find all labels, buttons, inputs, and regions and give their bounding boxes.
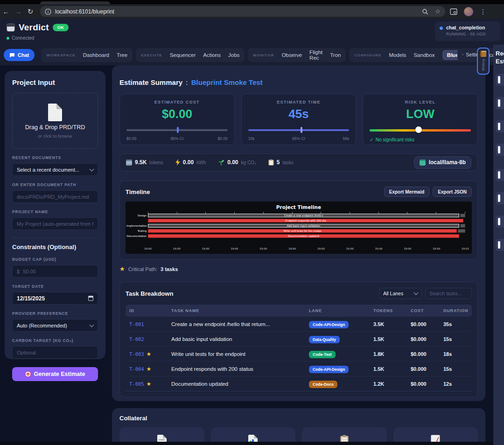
- nav-item-sequencer[interactable]: Sequencer: [170, 52, 196, 58]
- estimated-cost-card: ESTIMATED COST $0.00 $0.00 95% CI $0.00: [119, 94, 235, 145]
- lane-badge: Code-API-Design: [309, 321, 349, 328]
- target-date-input[interactable]: 12/15/2025: [12, 292, 98, 305]
- gantt-bar[interactable]: Create a new endpoint /hello t: [148, 214, 459, 217]
- chat-button[interactable]: Chat: [4, 49, 35, 61]
- search-tasks-input[interactable]: Search tasks...: [425, 288, 472, 299]
- recent-documents-label: RECENT DOCUMENTS: [12, 155, 98, 160]
- target-date-label: TARGET DATE: [12, 284, 98, 289]
- lane-badge: Code-Test: [309, 351, 336, 358]
- history-item[interactable]: [496, 169, 504, 181]
- nav-group-label: WORKSPACE: [46, 53, 75, 57]
- model-badge[interactable]: local/llama-8b: [414, 156, 471, 169]
- nav-item-jobs[interactable]: Jobs: [228, 52, 239, 58]
- cost-value: $0.00: [126, 107, 228, 121]
- chevron-down-icon: [90, 167, 94, 171]
- star-icon: ★: [147, 381, 152, 387]
- history-item[interactable]: [496, 74, 504, 86]
- bookmark-star-icon[interactable]: ☆: [435, 8, 441, 15]
- book-icon: [480, 51, 486, 57]
- lane-filter-select[interactable]: All Lanes: [379, 288, 422, 299]
- estimate-summary-panel: Estimate Summary : Blueprint Smoke Test …: [112, 65, 485, 401]
- table-row[interactable]: T-003★ Write unit tests for the endpoint…: [126, 347, 472, 362]
- browser-menu-icon[interactable]: ⋮: [480, 8, 486, 15]
- generate-estimate-button[interactable]: Generate Estimate: [12, 367, 98, 381]
- gantt-bar[interactable]: Documentation updated: [148, 234, 459, 238]
- target-icon: [25, 371, 31, 377]
- gantt-bar[interactable]: Write unit tests for the endpo: [148, 229, 457, 233]
- table-row[interactable]: T-001 Create a new endpoint /hello that …: [126, 317, 472, 332]
- back-icon[interactable]: ←: [0, 7, 12, 15]
- carbon-stat: 0.00 kg CO₂: [218, 159, 256, 166]
- nav-group-workspace: WORKSPACE Dashboard Tree: [41, 48, 133, 62]
- app-logo-icon: [7, 23, 15, 32]
- nav-group-label: MONITOR: [253, 53, 274, 57]
- connected-dot-icon: [7, 37, 9, 40]
- avatar[interactable]: [464, 7, 473, 16]
- carbon-target-label: CARBON TARGET (KG CO₂): [12, 338, 98, 343]
- nav-item-observe[interactable]: Observe: [282, 52, 302, 58]
- forward-icon[interactable]: →: [12, 7, 24, 15]
- table-row[interactable]: T-004★ Endpoint responds with 200 status…: [126, 362, 472, 376]
- table-row[interactable]: T-002 Add basic input validation Data-Qu…: [126, 332, 472, 347]
- history-tab[interactable]: History: [477, 48, 490, 75]
- chart-title: Project Timeline: [126, 204, 472, 210]
- tokens-stat: 9.5K tokens: [126, 159, 163, 166]
- history-drawer: Recent Estimates: [493, 45, 504, 445]
- reload-icon[interactable]: ↻: [24, 7, 36, 16]
- provider-preference-select[interactable]: Auto (Recommended): [12, 319, 98, 332]
- url-bar[interactable]: localhost:6101/blueprint ☆: [40, 6, 445, 17]
- history-item[interactable]: [496, 239, 504, 251]
- lane-badge: Code-Docs: [309, 381, 337, 388]
- file-dropzone[interactable]: Drag & Drop PRD/TRD or click to browse: [12, 93, 98, 149]
- nav-item-dashboard[interactable]: Dashboard: [83, 52, 109, 58]
- metric-label: ESTIMATED TIME: [248, 100, 350, 104]
- project-name-input[interactable]: My Project (auto-generated from filename…: [12, 217, 98, 230]
- stats-bar: 9.5K tokens 0.00 kWh 0.00 kg CO₂ 5 tasks…: [119, 153, 478, 171]
- export-json-button[interactable]: Export JSON: [433, 187, 472, 197]
- recent-documents-select[interactable]: Select a recent document...: [12, 163, 98, 176]
- history-item[interactable]: [496, 192, 504, 204]
- document-path-input[interactable]: docs/PRDs/PRD_MyProject.md: [12, 190, 98, 203]
- status-badge: OK: [53, 24, 69, 31]
- job-status: RUNNING · 0S AGO: [446, 32, 486, 36]
- task-breakdown-section: Task Breakdown All Lanes Search tasks...…: [119, 282, 478, 397]
- nav-item-models[interactable]: Models: [389, 52, 406, 58]
- dropzone-text: Drag & Drop PRD/TRD: [25, 124, 85, 131]
- ci-max: 56s: [343, 136, 350, 141]
- project-input-panel: Project Input Drag & Drop PRD/TRD or cli…: [5, 71, 105, 359]
- gantt-slack: [460, 214, 465, 217]
- chart-x-ticks: 19:0019:0019:0019:0019:0019:0019:0019:00…: [144, 247, 469, 250]
- lightning-icon: [175, 159, 180, 166]
- nav-item-sandbox[interactable]: Sandbox: [413, 52, 434, 58]
- nav-item-actions[interactable]: Actions: [203, 52, 221, 58]
- budget-cap-input[interactable]: $ 50.00: [12, 265, 98, 278]
- history-item[interactable]: [496, 97, 504, 109]
- nav-item-tron[interactable]: Tron: [330, 52, 341, 58]
- site-info-icon[interactable]: [45, 8, 51, 15]
- ci-label: 95% CI: [292, 136, 305, 141]
- nav-item-tree[interactable]: Tree: [117, 52, 127, 58]
- nav-item-flight-rec[interactable]: Flight Rec: [309, 49, 322, 61]
- gantt-bar[interactable]: Endpoint responds with 200 sta: [148, 219, 463, 222]
- table-row[interactable]: T-005★ Documentation updated Code-Docs 1…: [126, 376, 472, 391]
- constraints-title: Constraints (Optional): [12, 243, 98, 250]
- history-item[interactable]: [496, 120, 504, 132]
- history-item[interactable]: [496, 216, 504, 228]
- url-text[interactable]: localhost:6101/blueprint: [55, 8, 415, 15]
- metric-label: ESTIMATED COST: [126, 100, 228, 104]
- calendar-icon[interactable]: [88, 296, 93, 301]
- job-running-dot-icon: [440, 27, 443, 30]
- check-icon: ✓: [370, 137, 373, 142]
- screen: ← → ↻ localhost:6101/blueprint ☆ ⋮ Verdi…: [0, 0, 504, 445]
- browser-toolbar: ← → ↻ localhost:6101/blueprint ☆ ⋮: [0, 4, 504, 19]
- search-icon[interactable]: [422, 8, 428, 15]
- gantt-bar[interactable]: Add basic input validation: [148, 224, 459, 228]
- carbon-target-input[interactable]: Optional: [12, 346, 98, 359]
- cost-ci-slider: [126, 127, 228, 133]
- budget-cap-label: BUDGET CAP (USD): [12, 257, 98, 262]
- history-item[interactable]: [496, 144, 504, 156]
- job-status-card[interactable]: chat_completion RUNNING · 0S AGO: [435, 21, 500, 41]
- tab-search-icon[interactable]: [450, 8, 457, 15]
- connection-status: Connected: [12, 35, 34, 41]
- export-mermaid-button[interactable]: Export Mermaid: [384, 187, 430, 197]
